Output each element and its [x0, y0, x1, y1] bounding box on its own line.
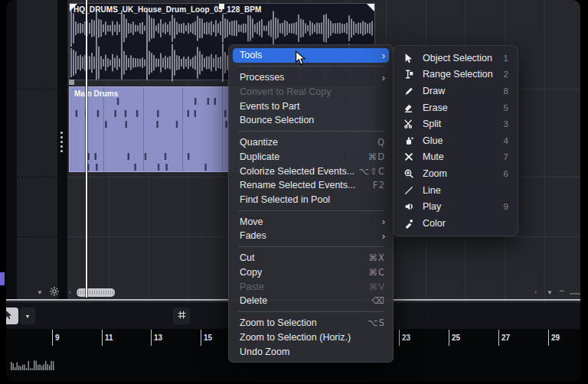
zoom-slider[interactable]: [570, 293, 580, 295]
tool-item-label: Zoom: [423, 168, 496, 179]
tool-item-glue[interactable]: Glue4: [394, 132, 518, 149]
tool-item-zoom[interactable]: Zoom6: [394, 165, 518, 182]
menu-item-rename-selected-events[interactable]: Rename Selected Events...F2: [229, 178, 393, 193]
tool-item-split[interactable]: Split3: [394, 116, 518, 132]
event-volume-handle[interactable]: [219, 4, 224, 9]
event-fade-handle-left[interactable]: [70, 4, 77, 11]
menu-item-zoom-to-selection[interactable]: Zoom to Selection⌥S: [229, 316, 393, 330]
tool-item-key: 4: [504, 136, 508, 145]
submenu-chevron-icon: ›: [382, 72, 385, 83]
menu-item-tools[interactable]: Tools›: [233, 48, 389, 63]
menu-item-events-to-part[interactable]: Events to Part: [229, 99, 393, 113]
daw-window: HQ_DRUMS_UK_House_Drum_Loop_03_128_BPM M…: [6, 0, 580, 382]
audio-event-title: HQ_DRUMS_UK_House_Drum_Loop_03_128_BPM: [74, 5, 262, 14]
menu-item-label: Processes: [240, 72, 376, 83]
menu-item-label: Duplicate: [240, 151, 368, 162]
submenu-chevron-icon: ›: [382, 230, 385, 242]
selection-combo-button[interactable]: [6, 308, 18, 324]
zoom-out-icon[interactable]: −: [559, 286, 564, 295]
tool-item-range-selection[interactable]: Range Selection2: [394, 67, 518, 83]
menu-separator: [238, 246, 384, 247]
menu-item-fades[interactable]: Fades›: [229, 229, 393, 243]
tool-item-play[interactable]: Play9: [394, 198, 518, 215]
menu-item-undo-zoom[interactable]: Undo Zoom: [229, 344, 393, 359]
menu-separator: [238, 210, 384, 211]
menu-item-label: Find Selected in Pool: [240, 194, 385, 205]
ruler-bar-number: 25: [452, 334, 460, 342]
chevron-down-icon: ▼: [25, 314, 31, 319]
gear-icon[interactable]: [49, 286, 60, 300]
tool-item-draw[interactable]: Draw8: [394, 83, 518, 99]
tool-item-object-selection[interactable]: Object Selection1: [394, 50, 518, 67]
background-window-sliver: [0, 272, 5, 285]
ruler-bar-number: 23: [402, 334, 410, 342]
tool-item-label: Play: [423, 201, 496, 212]
chevron-down-icon[interactable]: ▼: [37, 288, 43, 298]
drag-dot: [60, 132, 63, 134]
chevron-down-icon[interactable]: ▼: [547, 288, 553, 298]
selection-combo-dropdown[interactable]: ▼: [20, 308, 35, 324]
tool-item-key: 8: [504, 86, 508, 96]
tool-item-key: 2: [504, 70, 508, 79]
event-fade-handle-right[interactable]: [367, 4, 374, 11]
zoom-icon: [403, 168, 415, 179]
menu-item-label: Tools: [240, 50, 376, 60]
horizontal-scrollbar-thumb[interactable]: [77, 288, 115, 297]
ruler-bar-number: 27: [501, 334, 510, 342]
menu-item-shortcut: Q: [377, 137, 385, 148]
tool-item-label: Glue: [423, 135, 496, 146]
tools-submenu: Object Selection1Range Selection2Draw8Er…: [393, 45, 518, 236]
menu-item-move[interactable]: Move›: [229, 214, 393, 229]
tool-item-mute[interactable]: Mute7: [394, 149, 518, 166]
ruler-tick: [151, 330, 152, 346]
menu-item-label: Bounce Selection: [240, 115, 385, 125]
menu-item-bounce-selection[interactable]: Bounce Selection: [229, 113, 393, 128]
tool-item-line[interactable]: Line: [394, 182, 518, 199]
tool-item-erase[interactable]: Erase5: [394, 99, 518, 116]
play-icon: [403, 201, 415, 212]
menu-item-paste: Paste⌘V: [229, 279, 393, 294]
event-resize-handle[interactable]: [69, 80, 74, 85]
ruler-tick: [201, 330, 201, 346]
grid-type-button[interactable]: [173, 308, 190, 324]
tool-item-key: 9: [504, 202, 508, 211]
menu-item-cut[interactable]: Cut⌘X: [229, 251, 393, 265]
draw-icon: [403, 86, 415, 96]
tool-item-label: Line: [423, 185, 501, 196]
chevron-right-icon[interactable]: ›: [534, 288, 537, 297]
menu-item-label: Convert to Real Copy: [240, 86, 385, 97]
menu-item-shortcut: ⌫: [372, 295, 385, 306]
range-selection-icon: [403, 69, 415, 80]
menu-item-label: Delete: [240, 295, 372, 306]
track-list-panel[interactable]: [17, 0, 57, 299]
drag-dot: [60, 141, 63, 143]
menu-item-label: Move: [240, 216, 376, 227]
menu-item-delete[interactable]: Delete⌫: [229, 294, 393, 308]
menu-item-label: Copy: [240, 267, 368, 278]
divider-drag-handle-icon[interactable]: [60, 132, 63, 152]
bar-grid-line: [544, 0, 545, 299]
menu-item-label: Colorize Selected Events...: [240, 166, 359, 177]
track-separator: [17, 177, 57, 177]
mini-waveform: [11, 360, 55, 370]
split-icon: [403, 119, 415, 129]
menu-item-label: Events to Part: [240, 101, 385, 112]
tool-item-key: 5: [504, 103, 508, 112]
tool-item-label: Color: [423, 218, 501, 229]
chevron-left-icon[interactable]: ‹: [69, 288, 71, 297]
menu-item-label: Fades: [240, 230, 376, 241]
tool-item-label: Erase: [423, 103, 496, 113]
menu-item-processes[interactable]: Processes›: [229, 70, 393, 85]
menu-item-duplicate[interactable]: Duplicate⌘D: [229, 150, 393, 164]
menu-item-find-selected-in-pool[interactable]: Find Selected in Pool: [229, 193, 393, 207]
menu-item-zoom-to-selection-horiz[interactable]: Zoom to Selection (Horiz.): [229, 330, 393, 345]
menu-item-copy[interactable]: Copy⌘C: [229, 265, 393, 280]
playhead-cursor[interactable]: [86, 0, 87, 298]
tool-item-key: 1: [504, 54, 508, 63]
menu-separator: [238, 66, 384, 67]
ruler-bar-number: 9: [55, 334, 60, 342]
menu-item-quantize[interactable]: QuantizeQ: [229, 135, 393, 150]
tool-item-color[interactable]: Color: [394, 215, 518, 232]
tool-item-label: Range Selection: [423, 69, 496, 80]
menu-item-colorize-selected-events[interactable]: Colorize Selected Events...⌥⇧C: [229, 164, 393, 178]
